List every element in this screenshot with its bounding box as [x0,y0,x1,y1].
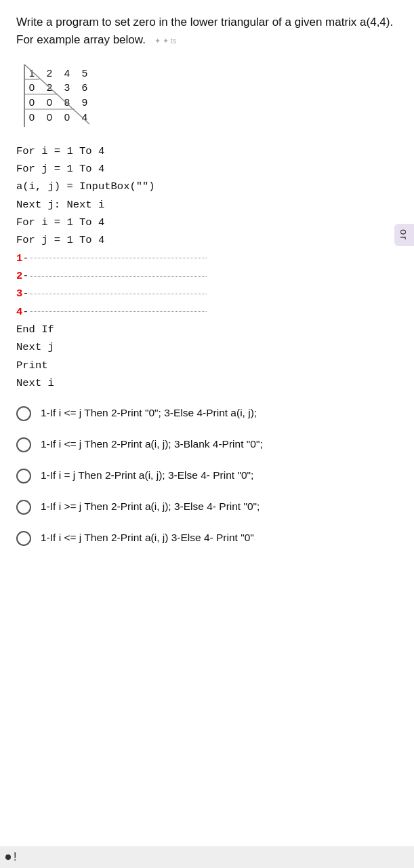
option-item-1: 1-If i <= j Then 2-Print "0"; 3-Else 4-P… [16,405,398,421]
matrix-cell: 4 [76,110,94,125]
matrix-container: 1245023600890004 [23,64,94,127]
matrix-cell: 0 [41,110,58,125]
numbered-line-4: 4- [16,303,398,321]
matrix-cell: 0 [58,110,76,125]
option-text-2: 1-If i <= j Then 2-Print a(i, j); 3-Blan… [41,436,398,452]
header-icons: ✦ ✦ ts [154,35,177,47]
matrix-cell: 6 [76,80,94,95]
code-line-next-i: Next i [16,374,398,392]
option-item-2: 1-If i <= j Then 2-Print a(i, j); 3-Blan… [16,436,398,452]
matrix-cell: 3 [58,80,76,95]
matrix-cell: 2 [41,64,58,80]
radio-opt3[interactable] [16,469,31,484]
radio-opt1[interactable] [16,406,31,421]
code-line-6: For j = 1 To 4 [16,231,398,249]
option-text-3: 1-If i = j Then 2-Print a(i, j); 3-Else … [41,467,398,484]
code-block: For i = 1 To 4 For j = 1 To 4 a(i, j) = … [16,142,398,393]
numbered-line-3: 3- [16,285,398,302]
bottom-dot [5,854,11,860]
matrix-cell: 9 [76,95,94,110]
bottom-bar: ! [0,846,414,868]
options-section: 1-If i <= j Then 2-Print "0"; 3-Else 4-P… [16,405,398,546]
option-text-4: 1-If i >= j Then 2-Print a(i, j); 3-Else… [41,498,398,515]
code-line-2: For j = 1 To 4 [16,160,398,178]
code-line-4: Next j: Next i [16,196,398,214]
code-line-3: a(i, j) = InputBox("") [16,178,398,195]
code-line-1: For i = 1 To 4 [16,142,398,160]
page-container: Write a program to set zero in the lower… [16,14,398,546]
code-line-print: Print [16,357,398,374]
question-text: Write a program to set zero in the lower… [16,14,398,50]
radio-opt4[interactable] [16,500,31,515]
code-line-next-j: Next j [16,338,398,356]
option-text-1: 1-If i <= j Then 2-Print "0"; 3-Else 4-P… [41,405,398,421]
question-title: Write a program to set zero in the lower… [16,16,393,46]
matrix-cell: 5 [76,64,94,80]
option-item-4: 1-If i >= j Then 2-Print a(i, j); 3-Else… [16,498,398,515]
matrix-cell: 0 [23,110,41,125]
matrix-cell: 1 [23,64,41,80]
matrix-wrapper: 1245023600890004 [23,64,94,125]
matrix-cell: 0 [41,95,58,110]
numbered-line-2: 2- [16,267,398,285]
matrix-cell: 0 [23,80,41,95]
matrix-table: 1245023600890004 [23,64,94,125]
numbered-line-1: 1- [16,250,398,267]
side-label: or [394,224,414,246]
option-item-3: 1-If i = j Then 2-Print a(i, j); 3-Else … [16,467,398,484]
matrix-cell: 2 [41,80,58,95]
matrix-cell: 0 [23,95,41,110]
option-item-5: 1-If i <= j Then 2-Print a(i, j) 3-Else … [16,530,398,546]
matrix-cell: 4 [58,64,76,80]
bottom-label: ! [14,851,16,863]
radio-opt5[interactable] [16,531,31,546]
radio-opt2[interactable] [16,437,31,452]
code-line-5: For i = 1 To 4 [16,214,398,231]
code-line-end-if: End If [16,321,398,338]
matrix-cell: 8 [58,95,76,110]
option-text-5: 1-If i <= j Then 2-Print a(i, j) 3-Else … [41,530,398,546]
